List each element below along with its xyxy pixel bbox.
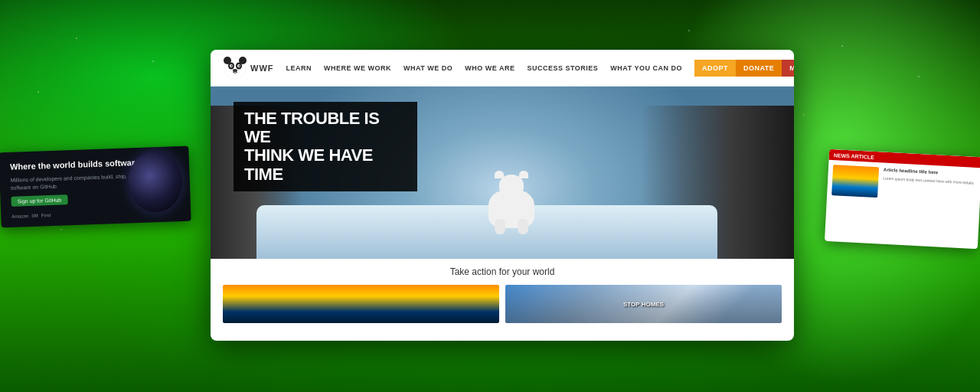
nav-what-we-do[interactable]: WHAT WE DO: [403, 64, 452, 72]
bear-leg-front-left: [495, 219, 505, 234]
wwf-tagline: Take action for your world: [223, 266, 782, 277]
hero-text-overlay: THE TROUBLE IS WE THINK WE HAVE TIME: [234, 102, 417, 191]
left-card-github: Where the world builds software Millions…: [0, 146, 191, 228]
wwf-bottom-section: Take action for your world STOP HOMES: [211, 259, 794, 331]
logo-3m: 3M: [31, 214, 38, 218]
adopt-button[interactable]: ADOPT: [694, 60, 736, 77]
hero-headline-line2: THINK WE HAVE TIME: [244, 145, 373, 183]
article-header-text: NEWS ARTICLE: [834, 152, 874, 160]
article-content: Article headline title here Lorem ipsum …: [827, 160, 980, 207]
wwf-action-cards: STOP HOMES: [223, 285, 782, 323]
svg-point-7: [231, 65, 233, 67]
nav-where-we-work[interactable]: WHERE WE WORK: [324, 64, 391, 72]
wwf-browser-window: WWF LEARN WHERE WE WORK WHAT WE DO WHO W…: [211, 50, 794, 341]
donate-button[interactable]: DONATE: [736, 60, 782, 77]
right-card-article: NEWS ARTICLE Article headline title here…: [825, 149, 980, 249]
article-image: [831, 165, 879, 198]
wwf-logo[interactable]: WWF: [223, 56, 273, 80]
membership-button[interactable]: MEMBERSHIP: [782, 60, 794, 77]
logo-ford: Ford: [41, 213, 51, 217]
bear-leg-front-right: [518, 219, 528, 234]
wwf-navbar: WWF LEARN WHERE WE WORK WHAT WE DO WHO W…: [211, 50, 794, 87]
wwf-panda-logo: [223, 56, 247, 80]
wwf-nav-links: LEARN WHERE WE WORK WHAT WE DO WHO WE AR…: [286, 64, 682, 72]
nav-success-stories[interactable]: SUCCESS STORIES: [527, 64, 598, 72]
hero-headline: THE TROUBLE IS WE THINK WE HAVE TIME: [244, 109, 407, 184]
wwf-logo-text: WWF: [250, 64, 273, 73]
left-card-signup-button[interactable]: Sign up for GitHub: [11, 194, 67, 207]
svg-point-8: [239, 65, 240, 67]
bear-ear-right: [519, 171, 528, 178]
logo-amazon: Amazon: [11, 214, 28, 219]
wwf-action-buttons: ADOPT DONATE MEMBERSHIP: [694, 60, 794, 77]
polar-bear: [466, 159, 557, 236]
action-card-1[interactable]: [223, 285, 499, 323]
wwf-hero-section: THE TROUBLE IS WE THINK WE HAVE TIME: [211, 87, 794, 259]
svg-point-9: [233, 69, 237, 72]
hero-headline-line1: THE TROUBLE IS WE: [244, 109, 379, 146]
nav-who-we-are[interactable]: WHO WE ARE: [465, 64, 514, 72]
article-text-block: Article headline title here Lorem ipsum …: [882, 168, 977, 203]
nav-what-you-can-do[interactable]: WHAT YOU CAN DO: [610, 64, 682, 72]
action-card-2[interactable]: STOP HOMES: [505, 285, 782, 323]
nav-learn[interactable]: LEARN: [286, 64, 312, 72]
